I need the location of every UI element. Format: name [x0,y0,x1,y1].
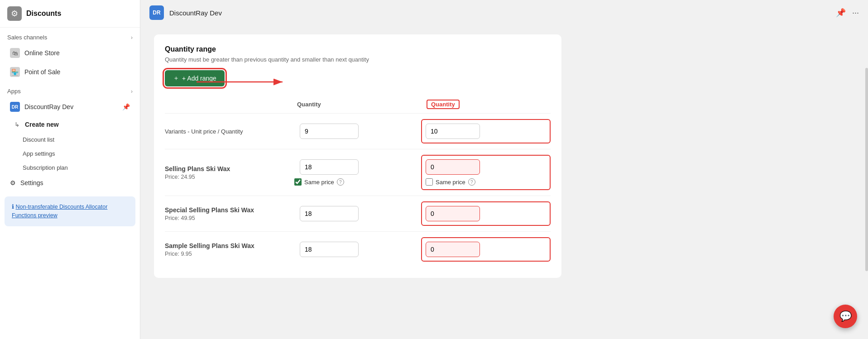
table-header-row: Quantity Quantity [165,95,551,114]
sidebar-item-create-new[interactable]: ↳ Create new [3,117,137,132]
chat-icon: 💬 [839,310,852,322]
sidebar-item-discountray[interactable]: DR DiscountRay Dev 📌 [3,98,137,116]
sidebar-item-online-store[interactable]: 🛍 Online Store [3,44,137,62]
sidebar: ⚙ Discounts Sales channels › 🛍 Online St… [0,0,140,339]
online-store-icon: 🛍 [10,48,20,58]
qty-input-row4-col2[interactable] [300,242,359,257]
sidebar-footer: ℹ Non-transferable Discounts Allocator F… [5,196,135,226]
qty-cell-col2: Same price ? [292,159,421,186]
checkbox-row-col2: Same price ? [294,178,418,186]
table-row: Sample Selling Plans Ski Wax Price: 9.95 [165,232,551,267]
table-row: Variants - Unit price / Quantity [165,114,551,149]
qty-cell-col3 [421,201,551,226]
col3-header: Quantity [421,99,551,110]
qty-cell-col3 [421,237,551,262]
sidebar-item-label: Point of Sale [24,68,60,76]
footer-link[interactable]: Non-transferable Discounts Allocator Fun… [12,204,107,219]
sidebar-item-label: Online Store [24,49,60,57]
qty-input-row2-col3[interactable] [426,159,480,175]
app-settings-label: App settings [23,150,55,157]
table-row: Selling Plans Ski Wax Price: 24.95 Same … [165,149,551,196]
sidebar-header: ⚙ Discounts [0,0,140,28]
variant-label: Variants - Unit price / Quantity [165,128,292,135]
discountray-label: DiscountRay Dev [24,103,73,110]
sidebar-item-point-of-sale[interactable]: 🏪 Point of Sale [3,63,137,81]
settings-gear-icon: ⚙ [10,179,16,186]
sidebar-item-discount-list[interactable]: Discount list [3,133,137,146]
sales-channels-chevron-icon: › [131,34,133,41]
discounts-gear-icon: ⚙ [7,6,22,21]
same-price-label-col2: Same price [304,179,334,186]
table-row: Special Selling Plans Ski Wax Price: 49.… [165,196,551,232]
apps-label: Apps › [0,81,140,97]
qty-cell-col2 [292,242,421,257]
content-area: Quantity range Quantity must be greater … [140,25,868,339]
sub-arrow-icon: ↳ [14,121,19,128]
pos-icon: 🏪 [10,67,20,77]
qty-cell-col2 [292,206,421,221]
same-price-checkbox-col3[interactable] [426,178,433,186]
col2-header: Quantity [292,99,421,110]
same-price-checkbox-col2[interactable] [294,178,302,186]
qty-cell-col2 [292,124,421,139]
qty-input-row3-col2[interactable] [300,206,359,221]
sidebar-item-app-settings[interactable]: App settings [3,147,137,160]
topbar-left: DR DiscountRay Dev [149,5,222,20]
topbar: DR DiscountRay Dev 📌 ··· [140,0,868,25]
checkbox-row-col3: Same price ? [426,178,546,186]
discount-list-label: Discount list [23,136,54,143]
card-subtitle: Quantity must be greater than previous q… [165,56,551,63]
same-price-label-col3: Same price [436,179,465,186]
sales-channels-label: Sales channels › [0,28,140,43]
pin-icon: 📌 [122,103,130,110]
variant-label: Sample Selling Plans Ski Wax Price: 9.95 [165,242,292,257]
topbar-right: 📌 ··· [836,8,859,18]
qty-cell-col3: Same price ? [421,155,551,190]
help-icon-col3[interactable]: ? [468,178,475,186]
app-logo: DR [149,5,164,20]
discountray-icon: DR [10,102,20,112]
pin-topbar-icon[interactable]: 📌 [836,8,846,18]
qty-input-row3-col3[interactable] [426,206,480,221]
main-area: DR DiscountRay Dev 📌 ··· Quantity range … [140,0,868,339]
settings-label: Settings [20,179,43,186]
quantity-range-card: Quantity range Quantity must be greater … [154,34,561,278]
col1-header [165,99,292,110]
chat-bubble-button[interactable]: 💬 [834,305,857,328]
qty-input-row1-col2[interactable] [300,124,359,139]
help-icon-col2[interactable]: ? [337,178,344,186]
quantity-table: Quantity Quantity Variants - Unit price … [165,95,551,267]
variant-label: Selling Plans Ski Wax Price: 24.95 [165,165,292,180]
qty-input-row4-col3[interactable] [426,242,480,257]
create-new-label: Create new [25,121,59,128]
add-range-button[interactable]: ＋ + Add range [165,70,225,86]
card-title: Quantity range [165,45,551,53]
more-options-icon[interactable]: ··· [852,8,859,18]
apps-chevron-icon: › [131,88,133,95]
subscription-plan-label: Subscription plan [23,164,68,171]
plus-icon: ＋ [173,74,179,82]
sidebar-item-settings[interactable]: ⚙ Settings [3,175,137,191]
sidebar-title: Discounts [26,10,61,18]
qty-input-row1-col3[interactable] [426,124,480,139]
variant-label: Special Selling Plans Ski Wax Price: 49.… [165,206,292,221]
sidebar-item-subscription-plan[interactable]: Subscription plan [3,161,137,174]
topbar-title: DiscountRay Dev [169,9,222,17]
scrollbar[interactable] [865,68,868,271]
qty-cell-col3 [421,119,551,143]
qty-input-row2-col2[interactable] [300,159,359,175]
